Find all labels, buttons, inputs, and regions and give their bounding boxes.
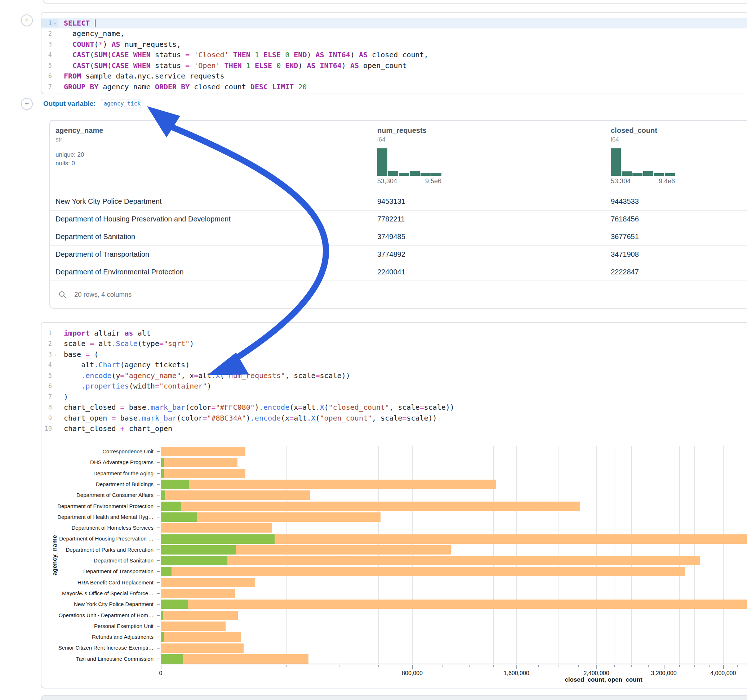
table-cell: Department of Sanitation bbox=[56, 228, 377, 246]
y-tick-mark bbox=[157, 462, 160, 463]
gridline bbox=[493, 446, 494, 664]
table-row[interactable]: Department of Environmental Protection22… bbox=[50, 263, 747, 281]
code-line[interactable]: 1import altair as alt bbox=[41, 328, 747, 338]
bar-closed-count bbox=[161, 447, 245, 456]
y-tick-label: Department of Buildings bbox=[96, 479, 154, 490]
table-row[interactable]: Department of Housing Preservation and D… bbox=[50, 211, 747, 228]
histogram-bar bbox=[643, 171, 653, 176]
table-row[interactable]: Department of Sanitation37494853677651 bbox=[50, 228, 747, 246]
y-tick-mark bbox=[157, 560, 160, 561]
table-row[interactable]: Department of Transportation377489234719… bbox=[50, 246, 747, 263]
table-row[interactable]: New York City Police Department945313194… bbox=[50, 193, 747, 211]
histogram-bar bbox=[621, 171, 632, 176]
y-tick-mark bbox=[157, 539, 160, 539]
x-tick-mark bbox=[516, 665, 517, 669]
x-tick-mark bbox=[664, 665, 664, 669]
code-line[interactable]: 10chart_closed + chart_open bbox=[41, 424, 747, 434]
collapse-chevron-icon[interactable]: ⌄ bbox=[53, 21, 56, 25]
x-tick-mark bbox=[737, 665, 738, 667]
bar-open-count bbox=[161, 611, 163, 620]
collapse-chevron-icon[interactable]: ⌄ bbox=[53, 352, 56, 356]
x-tick-mark bbox=[709, 665, 709, 667]
previous-cell-bottom-edge bbox=[42, 0, 747, 4]
code-line[interactable]: 3 COUNT(*) AS num_requests, bbox=[41, 39, 747, 50]
table-cell: Department of Housing Preservation and D… bbox=[56, 211, 377, 228]
search-icon[interactable] bbox=[58, 291, 66, 299]
bar-closed-count bbox=[161, 469, 245, 478]
add-cell-button-top[interactable]: + bbox=[21, 14, 33, 26]
code-line[interactable]: 6 .properties(width="container") bbox=[41, 381, 747, 392]
code-line[interactable]: 7) bbox=[41, 391, 747, 402]
code-line[interactable]: 4 alt.Chart(agency_tickets) bbox=[41, 360, 747, 371]
bar-closed-count bbox=[161, 622, 225, 631]
x-tick-mark bbox=[378, 665, 379, 667]
y-tick-mark bbox=[157, 659, 160, 659]
gridline bbox=[378, 446, 379, 664]
gridline bbox=[516, 446, 517, 664]
histogram-bar bbox=[410, 170, 420, 176]
code-line[interactable]: 9chart_open = base.mark_bar(color="#8BC3… bbox=[41, 413, 747, 424]
code-line[interactable]: 2 agency_name, bbox=[41, 29, 747, 39]
x-tick-mark bbox=[442, 665, 443, 667]
bar-closed-count bbox=[161, 643, 243, 653]
y-tick-mark bbox=[157, 495, 160, 495]
bar-open-count bbox=[161, 512, 197, 522]
bar-closed-count bbox=[161, 611, 238, 620]
y-tick-mark bbox=[157, 549, 160, 550]
bar-open-count bbox=[161, 599, 188, 609]
column-header-closed_count[interactable]: closed_counti6453,3049.4e6 bbox=[611, 121, 747, 193]
gridline bbox=[412, 446, 413, 664]
python-code-editor[interactable]: 1import altair as alt2scale = alt.Scale(… bbox=[41, 323, 747, 434]
code-line[interactable]: 4 CAST(SUM(CASE WHEN status = 'Closed' T… bbox=[41, 50, 747, 60]
bar-open-count bbox=[161, 567, 171, 576]
y-tick-label: Department of Housing Preservation … bbox=[59, 533, 154, 544]
y-tick-label: Refunds and Adjustments bbox=[92, 632, 154, 643]
bar-closed-count bbox=[161, 599, 747, 609]
code-line[interactable]: 7GROUP BY agency_name ORDER BY closed_co… bbox=[41, 81, 747, 92]
bar-open-count bbox=[161, 458, 164, 467]
sql-code-editor[interactable]: 1⌄SELECT 2 agency_name,3 COUNT(*) AS num… bbox=[41, 13, 747, 92]
table-cell: 3471908 bbox=[611, 246, 747, 263]
code-line[interactable]: 2scale = alt.Scale(type="sqrt") bbox=[41, 338, 747, 349]
x-tick-mark bbox=[679, 665, 680, 667]
output-variable-badge[interactable]: agency_tickets bbox=[101, 99, 141, 109]
code-line[interactable]: 5 .encode(y="agency_name", x=alt.X("num_… bbox=[41, 370, 747, 381]
histogram-bar bbox=[420, 173, 431, 176]
table-cell: 3677651 bbox=[611, 228, 747, 246]
sql-cell[interactable]: 1⌄SELECT 2 agency_name,3 COUNT(*) AS num… bbox=[41, 12, 747, 94]
code-line[interactable]: 8chart_closed = base.mark_bar(color="#FF… bbox=[41, 402, 747, 413]
text-cursor bbox=[95, 20, 95, 27]
x-tick-mark bbox=[694, 665, 695, 667]
gridline bbox=[538, 446, 538, 664]
bar-open-count bbox=[161, 556, 227, 565]
table-cell: Department of Environmental Protection bbox=[56, 263, 377, 281]
code-line[interactable]: 3⌄base = ( bbox=[41, 349, 747, 360]
column-header-num_requests[interactable]: num_requestsi6453,3049.5e6 bbox=[377, 121, 611, 193]
bar-closed-count bbox=[161, 480, 496, 489]
bar-open-count bbox=[161, 469, 164, 478]
gridline bbox=[723, 446, 724, 664]
y-tick-mark bbox=[157, 506, 160, 507]
gridline bbox=[286, 446, 287, 664]
x-tick-mark bbox=[493, 665, 494, 667]
column-histogram: 53,3049.4e6 bbox=[611, 148, 675, 185]
chart-x-axis: 0800,0001,600,0002,400,0003,200,0004,000… bbox=[161, 665, 747, 683]
table-cell: 7782211 bbox=[377, 211, 611, 228]
histogram-bar bbox=[632, 173, 643, 176]
x-tick-label: 1,600,000 bbox=[504, 670, 529, 677]
next-cell-top-edge bbox=[41, 695, 747, 700]
code-line[interactable]: 1⌄SELECT bbox=[41, 18, 747, 29]
code-line[interactable]: 5 CAST(SUM(CASE WHEN status = 'Open' THE… bbox=[41, 60, 747, 71]
y-tick-label: Department of Transportation bbox=[83, 566, 154, 577]
gridline bbox=[679, 446, 680, 664]
column-header-agency_name[interactable]: agency_namestrunique: 20nulls: 0 bbox=[56, 121, 377, 193]
histogram-bar bbox=[654, 173, 664, 176]
table-cell: 3774892 bbox=[377, 246, 611, 263]
code-line[interactable]: 6FROM sample_data.nyc.service_requests bbox=[41, 71, 747, 82]
table-cell: 2240041 bbox=[377, 263, 611, 281]
histogram-bar bbox=[665, 173, 675, 176]
bar-closed-count bbox=[161, 556, 700, 565]
add-cell-button-middle[interactable]: + bbox=[21, 98, 33, 110]
y-tick-label: Department for the Aging bbox=[93, 468, 154, 479]
histogram-bar bbox=[377, 148, 387, 176]
